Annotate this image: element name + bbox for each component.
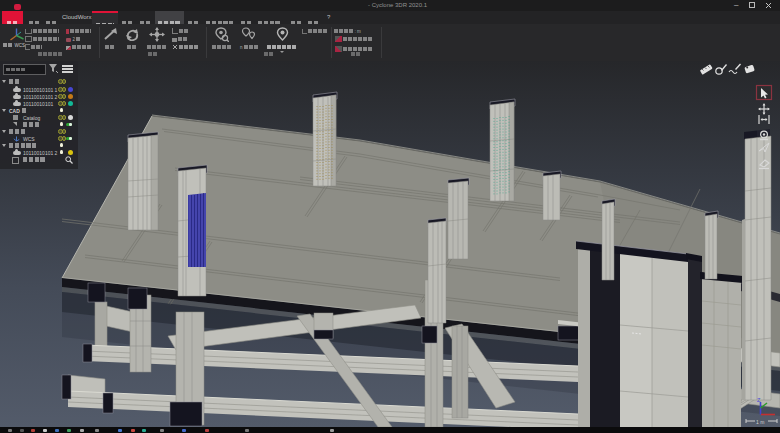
svg-text:1 m: 1 m bbox=[756, 419, 764, 425]
